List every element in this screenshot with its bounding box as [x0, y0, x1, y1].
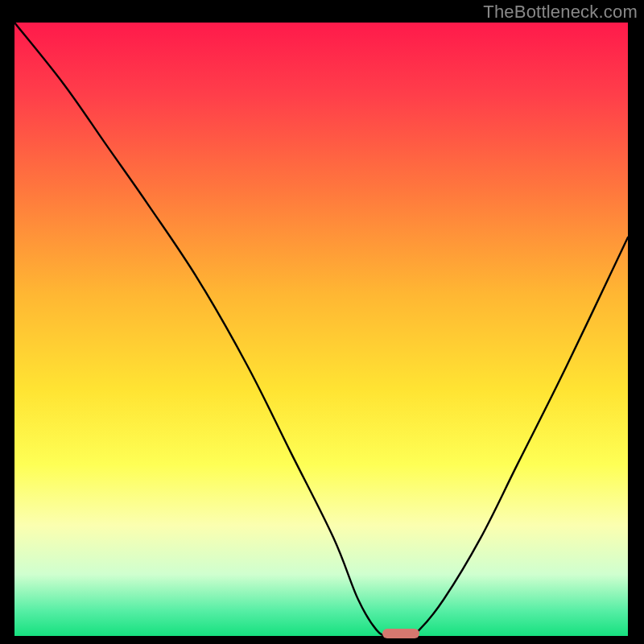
watermark-text: TheBottleneck.com — [483, 2, 638, 23]
curve-layer — [14, 23, 628, 636]
optimal-region-marker — [382, 629, 419, 638]
chart-frame: TheBottleneck.com — [0, 0, 644, 644]
plot-area — [14, 23, 628, 636]
bottleneck-curve-path — [14, 23, 628, 636]
